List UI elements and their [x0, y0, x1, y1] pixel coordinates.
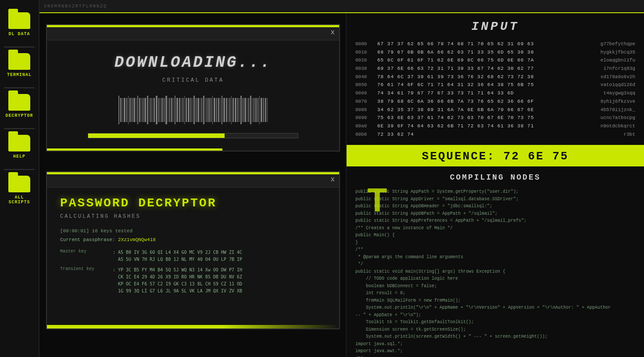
progress-bar-container: [88, 133, 298, 138]
code-line: frmMain SQLMailForm = new frmMain();: [355, 297, 635, 305]
progress-bar-fill: [88, 133, 225, 138]
code-line: * @param args the command line arguments: [355, 254, 635, 261]
hex-addr: 0060: [355, 89, 373, 97]
hex-ascii: g77befythqpe: [574, 40, 635, 48]
code-line: Dimension screen = tk.getScreenSize();: [355, 326, 635, 334]
hex-ascii: xd179a9s6v2h: [574, 73, 635, 81]
sidebar-label-all-scripts: ALLSCRIPTS: [8, 195, 30, 205]
hex-addr: 0000: [355, 40, 373, 48]
hex-ascii: n9otdcbkqrct: [574, 122, 635, 130]
input-section: INPUT 000067 37 37 62 65 66 79 74 68 71 …: [347, 13, 644, 146]
folder-icon-all-scripts: [8, 176, 30, 192]
hex-addr: 0040: [355, 73, 373, 81]
decrypt-bottom-bar: [47, 325, 339, 328]
hex-bytes: 34 62 35 37 38 69 31 6A 7A 6E 6B 6A 70 6…: [377, 106, 569, 114]
hex-bytes: 38 79 68 6C 6A 36 66 6B 7A 73 76 65 62 3…: [377, 97, 569, 106]
code-line: import java.awt.*;: [355, 348, 635, 355]
folder-icon-help: [8, 135, 30, 151]
folder-icon-dl: [8, 12, 30, 29]
sidebar-item-terminal[interactable]: TERMINAL: [2, 50, 37, 81]
hex-row: 006074 34 61 79 67 77 67 33 73 71 71 64 …: [355, 89, 635, 97]
sidebar-item-all-scripts[interactable]: ALLSCRIPTS: [2, 172, 37, 208]
download-modal-body: DOWNLOADING... CRITICAL DATA: [47, 40, 339, 147]
hex-addr: 0070: [355, 97, 373, 106]
decrypt-subtitle: CALCULATING HASHES: [60, 213, 326, 220]
topbar-text: VNDMMNBXZRTPLMNNZQ: [44, 4, 107, 9]
hex-bytes: 75 63 6E 63 37 61 74 62 73 63 70 67 6E 7…: [377, 114, 569, 122]
code-line: // TODO code application logic here: [355, 275, 635, 283]
input-section-title: INPUT: [355, 20, 635, 33]
code-line: public static void main(String[] args) t…: [355, 268, 635, 276]
sequence-label: SEQUENCE: 72 6E 75: [355, 150, 635, 163]
download-modal: x DOWNLOADING... CRITICAL DATA: [46, 24, 340, 151]
hex-addr: 0020: [355, 56, 373, 65]
hex-ascii: ucnc7atbscpg: [574, 114, 635, 122]
sidebar-label-decryptor: DECRYPTOR: [5, 113, 33, 118]
hex-bytes: 74 34 61 79 67 77 67 33 73 71 71 64 33 6…: [377, 89, 569, 97]
passphrase-value: 2Xz1vmQNQw418: [118, 237, 156, 242]
hex-bytes: 6E 39 6F 74 64 63 62 6B 71 72 63 74 61 3…: [377, 122, 569, 130]
hex-row: 007038 79 68 6C 6A 36 66 6B 7A 73 76 65 …: [355, 97, 635, 106]
code-line: }: [355, 239, 635, 247]
transient-key-row: Transient key : YP 3C B5 FY M4 B4 5Q 5J …: [60, 267, 326, 295]
hex-row: 003069 37 6E 66 63 72 31 71 39 33 67 74 …: [355, 65, 635, 73]
transient-key-value: : YP 3C B5 FY M4 B4 5Q 5J WQ N3 14 Xw OO…: [113, 267, 242, 295]
modal-bottom-accent: [47, 148, 222, 151]
hex-ascii: i7nfcr1q93g: [574, 65, 635, 73]
hex-dump: 000067 37 37 62 65 66 79 74 68 71 70 65 …: [355, 40, 635, 138]
sidebar-item-help[interactable]: HELP: [2, 131, 37, 162]
hex-row: 005076 61 74 6F 6C 71 71 64 31 32 36 64 …: [355, 81, 635, 89]
main-area: VNDMMNBXZRTPLMNNZQ x DOWNLOADING... CRIT…: [39, 0, 644, 357]
folder-icon-decryptor: [8, 94, 30, 111]
download-subtitle: CRITICAL DATA: [162, 77, 224, 83]
hex-bytes: 65 6C 6F 61 6F 71 62 6E 69 6C 66 75 6D 6…: [377, 56, 569, 65]
code-line: import java.sql.*;: [355, 341, 635, 348]
hex-row: 00a06E 39 6F 74 64 63 62 6B 71 72 63 74 …: [355, 122, 635, 130]
sequence-section: SEQUENCE: 72 6E 75: [347, 146, 644, 166]
hex-bytes: 78 64 6C 37 39 61 39 73 36 76 32 68 62 7…: [377, 73, 569, 81]
decrypt-log: [00:00:01] 16 keys tested: [60, 228, 326, 234]
terminal-icon-display: T: [338, 167, 408, 237]
topbar: VNDMMNBXZRTPLMNNZQ: [39, 0, 644, 13]
sidebar-item-decryptor[interactable]: DECRYPTOR: [2, 90, 37, 122]
hex-addr: 0050: [355, 81, 373, 89]
hex-bytes: 76 61 74 6F 6C 71 71 64 31 32 36 64 38 7…: [377, 81, 569, 89]
decrypt-top-accent: [47, 172, 339, 174]
code-line: int result = 0;: [355, 290, 635, 297]
hex-row: 002065 6C 6F 61 6F 71 62 6E 69 6C 66 75 …: [355, 56, 635, 65]
hex-row: 00b072 33 62 74r3bt: [355, 130, 635, 139]
decrypt-modal-body: PASSWORD DECRYPTOR CALCULATING HASHES [0…: [47, 188, 339, 306]
code-line: */: [355, 261, 635, 268]
terminal-bracket-left: T: [367, 182, 388, 222]
hex-addr: 00a0: [355, 122, 373, 130]
master-key-row: Master key : A5 B0 IV 3G 6O QI L4 X4 GO …: [60, 249, 326, 263]
modal-top-accent: [47, 25, 339, 27]
decrypt-close-button[interactable]: x: [330, 176, 335, 184]
sidebar-divider-1: [4, 47, 35, 47]
hex-addr: 0090: [355, 114, 373, 122]
master-key-value: : A5 B0 IV 3G 6O QI L4 X4 GO MC V9 2J CB…: [113, 249, 242, 263]
hex-row: 004078 64 6C 37 39 61 39 73 36 76 32 68 …: [355, 73, 635, 81]
code-line: System.out.println("\r\n" + AppName + "\…: [355, 304, 635, 312]
hex-addr: 00b0: [355, 130, 373, 139]
hex-ascii: vato1qqd126d: [574, 81, 635, 89]
hex-bytes: 72 33 62 74: [377, 130, 569, 139]
hex-ascii: hygkkjfbcq35: [574, 48, 635, 57]
hex-ascii: t4aygwg3sqq: [574, 89, 635, 97]
download-modal-header: x: [47, 25, 339, 40]
sidebar: DL DATA TERMINAL DECRYPTOR HELP ALLSCRIP…: [0, 0, 39, 357]
hex-ascii: eloaqgbni1fu: [574, 56, 635, 65]
code-line: /**: [355, 246, 635, 254]
sidebar-label-help: HELP: [13, 154, 25, 159]
code-line: System.out.println(screen.getWidth() + "…: [355, 333, 635, 341]
hex-ascii: 4b578i1jznk_: [574, 106, 635, 114]
folder-icon-terminal: [8, 53, 30, 70]
hex-addr: 0030: [355, 65, 373, 73]
decrypt-modal: x PASSWORD DECRYPTOR CALCULATING HASHES …: [46, 171, 340, 329]
terminal-shape: T: [338, 167, 408, 237]
code-line: Toolkit tk = Toolkit.getDefaultToolkit()…: [355, 319, 635, 326]
code-line: /**: [355, 355, 635, 357]
sidebar-item-dl-data[interactable]: DL DATA: [2, 9, 37, 40]
download-close-button[interactable]: x: [330, 29, 335, 36]
barcode: [88, 94, 298, 125]
